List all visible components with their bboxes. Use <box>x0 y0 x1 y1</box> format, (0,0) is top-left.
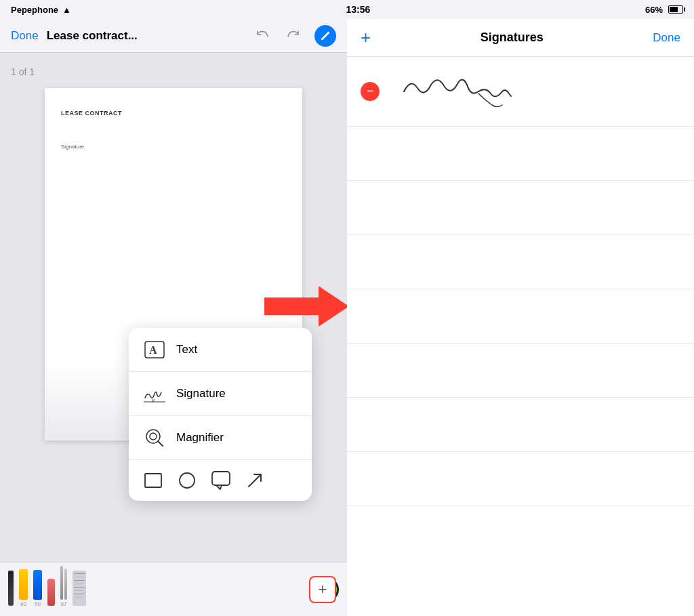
svg-point-9 <box>180 473 195 488</box>
carrier-label: Pepephone <box>11 5 58 15</box>
doc-title: LEASE CONTRACT <box>61 110 286 117</box>
signature-list: − <box>347 57 694 616</box>
empty-row-4 <box>347 289 694 344</box>
delete-signature-button[interactable]: − <box>361 82 380 101</box>
svg-marker-11 <box>216 485 222 489</box>
signature-image[interactable] <box>390 68 680 115</box>
svg-line-12 <box>249 474 261 487</box>
text-box-icon: A <box>142 337 167 362</box>
pencil-gray-number: 97 <box>61 601 67 607</box>
signatures-header: + Signatures Done <box>347 19 694 57</box>
left-panel: Done Lease contract... <box>0 19 347 616</box>
speech-bubble-button[interactable] <box>210 470 232 491</box>
svg-rect-8 <box>145 474 161 487</box>
doc-signature-label: Signature <box>61 144 286 150</box>
marker-blue-shape <box>33 570 42 600</box>
empty-row-6 <box>347 398 694 452</box>
battery-icon <box>668 5 683 14</box>
ruler-tool[interactable] <box>73 569 86 610</box>
ruler-shape <box>73 571 86 606</box>
signature-svg <box>390 68 539 115</box>
toolbar: Done Lease contract... <box>0 19 347 53</box>
marker-yellow-shape <box>19 569 28 600</box>
svg-text:x: x <box>151 397 155 403</box>
text-label: Text <box>176 343 197 356</box>
svg-line-7 <box>158 441 163 446</box>
undo-button[interactable] <box>252 26 272 46</box>
marker-yellow-number: 80 <box>20 601 26 607</box>
status-bar: Pepephone ▲ 13:56 66% <box>0 0 694 19</box>
svg-text:A: A <box>149 344 157 356</box>
right-panel: + Signatures Done − <box>347 19 694 616</box>
menu-item-magnifier[interactable]: Magnifier <box>129 416 312 460</box>
minus-icon: − <box>367 85 374 97</box>
circle-shape-button[interactable] <box>176 470 198 491</box>
empty-row-7 <box>347 452 694 506</box>
document-title: Lease contract... <box>47 29 244 43</box>
shapes-row <box>129 460 312 501</box>
rectangle-shape-button[interactable] <box>142 470 164 491</box>
signatures-title: Signatures <box>481 30 544 45</box>
svg-rect-10 <box>212 472 230 485</box>
done-button[interactable]: Done <box>11 29 39 43</box>
empty-row-1 <box>347 127 694 181</box>
toolbar-icons <box>252 25 336 47</box>
svg-point-6 <box>150 433 157 440</box>
pencil-gray-tool[interactable]: 97 <box>60 569 67 610</box>
signature-label: Signature <box>176 387 226 401</box>
svg-marker-0 <box>264 286 347 327</box>
battery-fill <box>670 7 678 12</box>
pencil-black-tool[interactable] <box>8 569 14 610</box>
marker-yellow-tool[interactable]: 80 <box>19 569 28 610</box>
add-signature-button[interactable]: + <box>361 27 371 48</box>
page-indicator: 1 of 1 <box>11 66 35 77</box>
status-left: Pepephone ▲ <box>11 5 71 15</box>
menu-item-signature[interactable]: x Signature <box>129 372 312 416</box>
main-content: Done Lease contract... <box>0 19 694 616</box>
marker-red-shape <box>47 579 55 606</box>
redo-button[interactable] <box>283 26 304 46</box>
status-right: 66% <box>645 5 683 15</box>
empty-row-2 <box>347 181 694 235</box>
signature-row-0: − <box>347 57 694 127</box>
wifi-icon: ▲ <box>62 5 71 15</box>
arrow-shape-button[interactable] <box>244 470 266 491</box>
pencil-black-shape <box>8 571 14 606</box>
add-icon: + <box>319 582 327 597</box>
red-arrow <box>264 283 347 333</box>
marker-blue-number: 50 <box>35 601 41 607</box>
menu-item-text[interactable]: A Text <box>129 328 312 372</box>
empty-row-3 <box>347 235 694 289</box>
popup-menu: A Text x Signature <box>129 328 312 501</box>
magnifier-icon <box>142 426 167 450</box>
empty-row-5 <box>347 344 694 398</box>
bottom-toolbar: 80 50 97 <box>0 562 347 616</box>
pencil-gray-shape <box>60 566 67 600</box>
markup-button[interactable] <box>314 25 336 47</box>
magnifier-label: Magnifier <box>176 431 224 445</box>
signature-icon: x <box>142 382 167 406</box>
battery-label: 66% <box>645 5 663 15</box>
document-area: 1 of 1 LEASE CONTRACT Signature <box>0 53 347 562</box>
marker-blue-tool[interactable]: 50 <box>33 569 42 610</box>
add-tool-button[interactable]: + <box>309 576 336 603</box>
marker-red-tool[interactable] <box>47 569 55 610</box>
status-time: 13:56 <box>346 4 371 15</box>
signatures-done-button[interactable]: Done <box>653 31 680 45</box>
